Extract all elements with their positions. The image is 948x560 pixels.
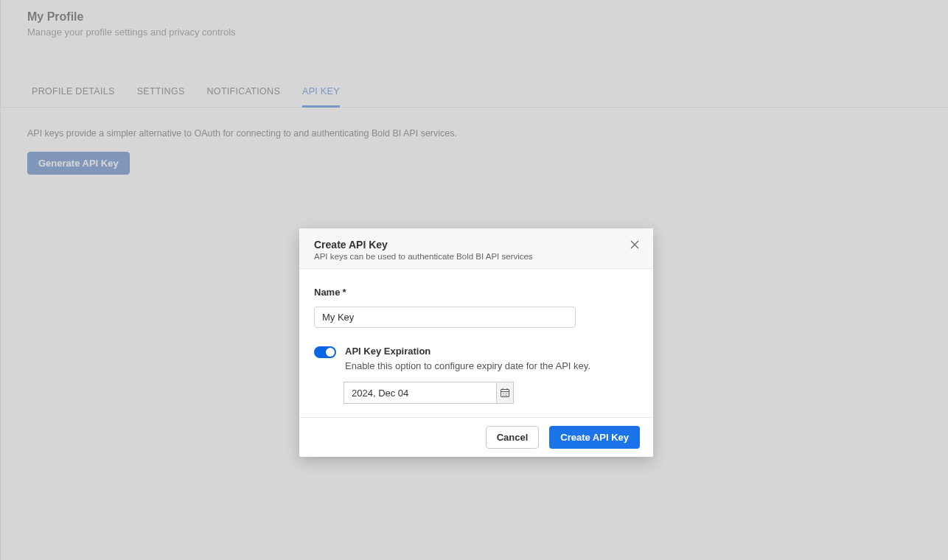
modal-header: Create API Key API keys can be used to a…: [299, 228, 653, 269]
create-api-key-button[interactable]: Create API Key: [549, 426, 640, 449]
expiration-date-input[interactable]: [344, 382, 496, 404]
name-field-label: Name*: [314, 287, 638, 298]
expiration-description: Enable this option to configure expiry d…: [345, 360, 590, 371]
toggle-knob: [326, 348, 335, 357]
required-mark: *: [342, 287, 346, 298]
modal-body: Name* API Key Expiration Enable this opt…: [299, 269, 653, 417]
api-key-name-input[interactable]: [314, 307, 576, 328]
modal-subtitle: API keys can be used to authenticate Bol…: [314, 252, 638, 261]
cancel-button[interactable]: Cancel: [486, 426, 540, 449]
modal-title: Create API Key: [314, 239, 638, 251]
close-icon[interactable]: [628, 239, 641, 252]
create-api-key-modal: Create API Key API keys can be used to a…: [299, 228, 653, 457]
calendar-icon[interactable]: [496, 382, 514, 404]
expiration-date-row: [344, 382, 638, 404]
expiration-label: API Key Expiration: [345, 346, 590, 357]
expiration-row: API Key Expiration Enable this option to…: [314, 346, 638, 371]
expiration-toggle[interactable]: [314, 346, 336, 358]
name-label-text: Name: [314, 287, 340, 298]
expiration-text-block: API Key Expiration Enable this option to…: [345, 346, 590, 371]
modal-footer: Cancel Create API Key: [299, 417, 653, 457]
